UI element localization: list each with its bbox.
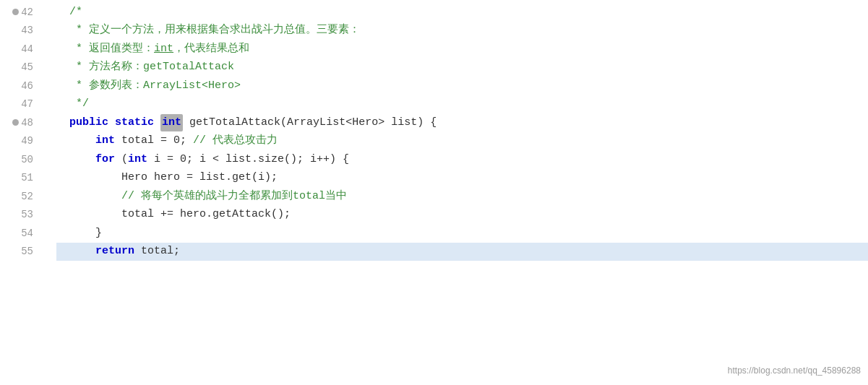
watermark: https://blog.csdn.net/qq_45896288	[728, 364, 861, 378]
keyword-token: int	[128, 151, 147, 168]
plain-token: (	[115, 151, 128, 168]
line-number-51: 51	[0, 169, 38, 188]
plain-token	[154, 114, 160, 131]
plain-token: }	[95, 225, 102, 242]
keyword-token: return	[95, 243, 134, 260]
plain-token: i = 0; i < list.size(); i++) {	[147, 151, 349, 168]
plain-token	[108, 114, 115, 131]
comment-token: * 参数列表：ArrayList<Hero>	[69, 77, 241, 95]
fold-marker-48[interactable]	[12, 119, 19, 126]
code-line-45: * 方法名称：getTotalAttack	[56, 59, 868, 77]
comment-token: ，代表结果总和	[173, 40, 249, 58]
line-number-43: 43	[0, 22, 38, 40]
comment-token: // 代表总攻击力	[193, 132, 278, 150]
line-number-52: 52	[0, 187, 38, 206]
line-number-48: 48	[0, 113, 38, 132]
code-content: /* * 定义一个方法，用来根据集合求出战斗力总值。三要素： * 返回值类型：i…	[45, 3, 868, 385]
plain-token: total;	[134, 243, 180, 260]
code-line-50: for (int i = 0; i < list.size(); i++) {	[56, 150, 868, 169]
comment-token: * 定义一个方法，用来根据集合求出战斗力总值。三要素：	[69, 22, 360, 39]
line-number-55: 55	[0, 243, 38, 261]
code-line-53: total += hero.getAttack();	[56, 206, 868, 225]
keyword-token: for	[95, 151, 115, 168]
keyword-token: int	[95, 132, 115, 150]
plain-token: total += hero.getAttack();	[121, 206, 291, 223]
line-number-54: 54	[0, 224, 38, 243]
comment-token: * 方法名称：getTotalAttack	[69, 59, 234, 76]
code-line-55: return total;	[56, 243, 868, 261]
comment-token: * 返回值类型：	[69, 40, 154, 58]
comment-underline-token: int	[154, 40, 173, 58]
code-line-43: * 定义一个方法，用来根据集合求出战斗力总值。三要素：	[56, 22, 868, 40]
line-number-45: 45	[0, 59, 38, 77]
keyword-token: static	[115, 114, 154, 131]
plain-token: getTotalAttack(ArrayList<Hero> list) {	[183, 114, 437, 131]
line-number-42: 42	[0, 3, 38, 22]
line-number-46: 46	[0, 77, 38, 95]
code-line-52: // 将每个英雄的战斗力全都累加到total当中	[56, 187, 868, 206]
code-line-49: int total = 0; // 代表总攻击力	[56, 132, 868, 151]
comment-token: /*	[69, 4, 82, 21]
line-number-44: 44	[0, 40, 38, 59]
line-number-47: 47	[0, 95, 38, 114]
fold-marker-42[interactable]	[12, 9, 19, 15]
code-line-47: */	[56, 95, 868, 114]
code-line-42: /*	[56, 3, 868, 22]
keyword-token: public	[69, 114, 108, 131]
plain-token: Hero hero = list.get(i);	[121, 169, 278, 186]
code-line-44: * 返回值类型：int，代表结果总和	[56, 40, 868, 59]
line-numbers-column: 4243444546474849505152535455	[0, 3, 45, 385]
line-number-53: 53	[0, 206, 38, 225]
comment-token: */	[69, 95, 89, 113]
code-line-51: Hero hero = list.get(i);	[56, 169, 868, 188]
plain-token: total = 0;	[115, 132, 193, 150]
code-line-48: public static int getTotalAttack(ArrayLi…	[56, 113, 868, 132]
code-line-46: * 参数列表：ArrayList<Hero>	[56, 77, 868, 95]
line-number-49: 49	[0, 132, 38, 151]
comment-token: // 将每个英雄的战斗力全都累加到total当中	[121, 188, 347, 205]
keyword-highlight-token: int	[160, 114, 183, 131]
code-editor: 4243444546474849505152535455 /* * 定义一个方法…	[0, 0, 868, 385]
code-line-54: }	[56, 224, 868, 243]
line-number-50: 50	[0, 150, 38, 169]
